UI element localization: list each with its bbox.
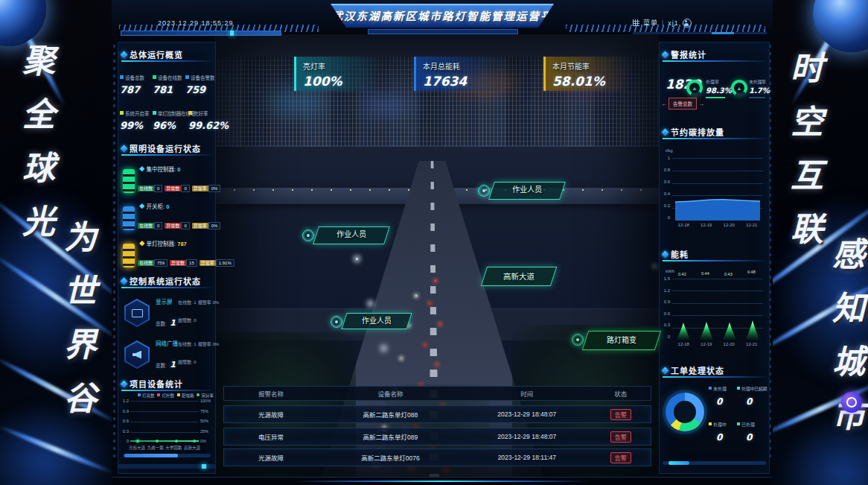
project-scrollbar-thumb[interactable] <box>124 454 178 457</box>
map-tag-worker-2[interactable]: 作业人员 <box>488 182 566 200</box>
lighting-row-pills: 在线数759异常数15异常率1.91% <box>138 254 237 267</box>
selector-value[interactable]: 告警总数 <box>668 98 697 110</box>
section-underline <box>121 390 212 391</box>
control-online: 在线数: 1 <box>178 340 197 347</box>
user-name[interactable]: xj1 <box>668 19 679 27</box>
energy-chart-plot: 0.42 0.44 0.43 0.48 <box>672 279 763 340</box>
left-panel-bottom-tick[interactable] <box>202 464 206 469</box>
stat-label: 设备总数 <box>125 75 144 80</box>
lighting-row-pills: 在线数0异常数0异常率0% <box>138 217 223 230</box>
alarm-device: 高新二路东单灯088 <box>318 410 463 419</box>
stat-value: 99.62% <box>188 120 215 131</box>
header-progress-track-right[interactable] <box>633 32 767 34</box>
right-scrollbar-track[interactable] <box>663 461 766 465</box>
energy-x-axis: 12-1812-1912-2012-21 <box>672 342 763 346</box>
section-lighting-status: 照明设备运行状态 <box>121 142 212 156</box>
map-tag-worker-3[interactable]: 作业人员 <box>341 313 412 329</box>
gauge-label: 处理率 <box>706 78 730 85</box>
alarm-time: 2023-12-29 18:48:07 <box>463 433 591 440</box>
lighting-row: ◆ 开关柜: 0 在线数0异常数0异常率0% <box>121 200 214 235</box>
map-tag-light-box[interactable]: 路灯箱变 <box>582 331 661 350</box>
project-chart-legend: 灯具数 灯杆数 配电箱 完好率 <box>126 393 214 399</box>
menu-icon[interactable] <box>633 19 639 26</box>
stat-label: 设备在线数 <box>158 75 182 80</box>
menu-label[interactable]: 菜单 <box>643 18 658 28</box>
section-underline <box>663 138 766 139</box>
section-carbon: 节约碳排放量 <box>663 126 766 139</box>
selector-arrow-right-icon[interactable]: → <box>698 101 704 107</box>
stat-cell: 完好率 99.62% <box>188 110 215 131</box>
control-total: 总数: 1 <box>156 315 176 329</box>
energy-peak-chart <box>672 279 763 340</box>
control-name: 网络广播 <box>156 339 178 347</box>
header-progress-thumb-right[interactable] <box>712 32 734 34</box>
carbon-area-chart <box>672 158 763 221</box>
alarm-table-row[interactable]: 光源故障 高新二路东单灯088 2023-12-29 18:48:07 告警 <box>223 405 651 423</box>
lighting-row-name: ◆ 开关柜: 0 <box>139 202 169 210</box>
section-underline <box>663 60 766 62</box>
map-tag-road[interactable]: 高新大道 <box>481 267 557 286</box>
header-progress-track-left[interactable] <box>121 31 281 36</box>
map-marker-icon[interactable] <box>302 229 314 241</box>
abnormal-pill-value: 0 <box>181 222 189 229</box>
section-underline <box>121 154 212 156</box>
section-title: 项目设备统计 <box>130 378 183 390</box>
stat-cell: 单灯控制器在线率 96% <box>153 110 185 131</box>
lighting-row-count: 0 <box>166 203 169 210</box>
earth-globe-left <box>0 0 46 46</box>
map-marker-icon[interactable] <box>331 316 342 328</box>
section-underline <box>663 376 766 378</box>
card-value: 17634 <box>423 74 494 89</box>
stat-cell: 设备总数 787 <box>120 74 153 95</box>
title-underbar <box>368 29 518 34</box>
carbon-unit: t/kg <box>666 148 673 153</box>
right-scrollbar-thumb[interactable] <box>668 461 689 465</box>
legend-square-icon <box>709 422 712 425</box>
carbon-chart-plot <box>672 158 763 221</box>
project-y-axis-left: 1.20.90.60.30 <box>120 399 129 443</box>
energy-value-label: 0.48 <box>747 270 756 274</box>
project-scrollbar-track[interactable] <box>123 454 211 457</box>
project-x-axis: 光谷大道九峰一路大学园路高新大道 <box>129 445 200 451</box>
user-avatar-icon[interactable] <box>683 19 692 28</box>
alarm-table-row[interactable]: 电压异常 高新二路东单灯089 2023-12-29 18:48:07 告警 <box>223 428 651 446</box>
left-panel-bottom-bar[interactable] <box>118 464 215 469</box>
dashboard: 武汉东湖高新区城市路灯智能管理运营平台 2023.12.29 18:55:29 … <box>112 0 773 485</box>
header-progress-thumb[interactable] <box>230 31 234 36</box>
map-marker-icon[interactable] <box>478 185 490 197</box>
energy-y-axis: 1.51.20.90.60.30 <box>661 276 670 339</box>
status-badge: 告警 <box>610 409 631 420</box>
alarm-table-row[interactable]: 光源故障 高新二路东单灯0076 2023-12-29 18:11:47 告警 <box>223 448 651 466</box>
section-title: 照明设备运行状态 <box>130 142 201 154</box>
control-row: 显示屏 总数: 1 在线数: 1 报警率: 0% 故障数: 0 <box>121 296 214 333</box>
widget-icon <box>846 397 857 408</box>
section-title: 能耗 <box>671 248 689 260</box>
gauge-label: 未处理率 <box>749 78 769 85</box>
broadcast-hex-icon <box>124 340 150 369</box>
online-pill-value: 759 <box>154 259 167 267</box>
lighting-row: ◆ 集中控制器: 0 在线数0异常数0异常率0% <box>121 163 214 197</box>
floating-widget-button[interactable] <box>841 392 862 413</box>
abnormal-pill-label: 异常数 <box>165 186 181 191</box>
alarm-table-header: 报警名称 设备名称 时间 状态 <box>223 386 651 401</box>
footer-accent-line <box>293 481 591 482</box>
abnormal-pill-value: 15 <box>186 259 197 267</box>
section-bullet-icon <box>662 51 669 58</box>
control-online: 在线数: 1 <box>178 299 197 305</box>
map-tag-worker-1[interactable]: 作业人员 <box>313 226 390 244</box>
energy-value-label: 0.43 <box>724 272 733 276</box>
processed-gauge: ▲ <box>686 80 703 96</box>
section-project-stats: 项目设备统计 <box>121 378 212 391</box>
concentrator-device-icon <box>123 169 135 193</box>
legend-value: 0 <box>746 432 769 443</box>
card-label: 本月节能率 <box>552 60 623 72</box>
project-chart-plot <box>130 401 199 443</box>
selector-arrow-left-icon[interactable]: ← <box>661 101 667 107</box>
section-overview: 总体运行概览 <box>121 48 212 62</box>
section-title: 警报统计 <box>671 48 706 60</box>
stat-label: 完好率 <box>194 111 208 116</box>
dashboard-footer <box>112 477 773 485</box>
lighting-row-count: 787 <box>177 241 187 247</box>
energy-value-label: 0.42 <box>678 272 686 276</box>
map-marker-icon[interactable] <box>572 334 584 346</box>
